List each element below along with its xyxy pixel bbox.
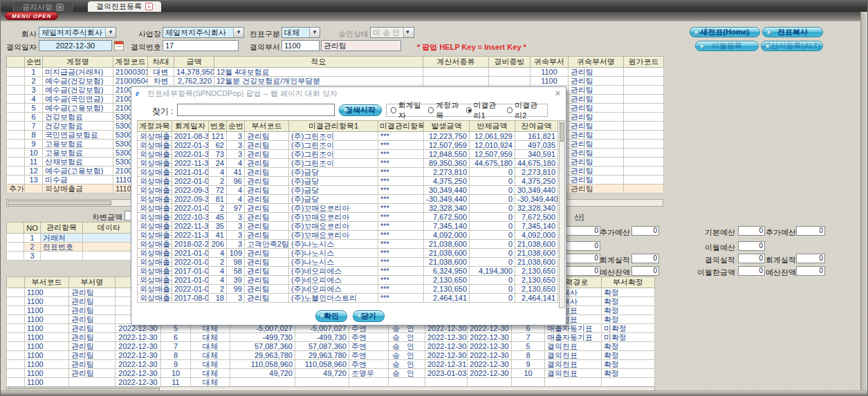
resolve-no-field[interactable]: 17 [163, 40, 239, 51]
cell-appr[interactable]: 승인 [389, 333, 425, 342]
cell-slip_no[interactable]: 5 [512, 342, 545, 351]
cell-accrue[interactable]: 7,345,140 [424, 222, 470, 231]
cell-route[interactable]: 결의전표 [545, 351, 602, 360]
cell-seq[interactable]: 3 [227, 294, 245, 303]
cell-cost[interactable] [624, 149, 664, 158]
cell-data[interactable] [83, 234, 136, 243]
cell-accrue[interactable]: 32,328,340 [424, 204, 470, 213]
cell-amt2[interactable]: 110,058,960 [295, 360, 349, 369]
cell-balance[interactable]: 32,328,340 [515, 204, 558, 213]
cell-accrue[interactable]: 30,349,440 [424, 186, 470, 195]
cell-item2[interactable]: *** [378, 204, 424, 213]
cell-accrue[interactable]: 4,092,000 [424, 231, 470, 240]
resolve-dept-code-field[interactable]: 1100 [281, 40, 320, 51]
cell-dept_name[interactable]: 관리팀 [569, 86, 624, 95]
cell-item2[interactable]: *** [378, 177, 424, 186]
cell-data[interactable] [83, 243, 136, 252]
cell-code[interactable]: 1100 [25, 324, 69, 333]
cell-type[interactable]: 대체 [191, 342, 230, 351]
cell-name[interactable]: 관리팀 [69, 360, 116, 369]
cell-sel[interactable] [7, 351, 25, 360]
cell-code[interactable]: 1100 [25, 315, 69, 324]
cell-no[interactable]: 6 [25, 113, 43, 122]
cell-name[interactable]: 관리팀 [69, 306, 116, 315]
approve-state-select[interactable]: 미승인 ▼ [370, 27, 414, 38]
cell-sel[interactable]: 추가 [7, 185, 25, 194]
cell-cost[interactable] [624, 68, 664, 77]
cell-dept_name[interactable]: 관리팀 [569, 131, 624, 140]
cell-sel[interactable] [7, 95, 25, 104]
resolve-date-field[interactable]: 2022-12-30 [39, 40, 112, 51]
cell-seq[interactable]: 3 [227, 150, 245, 159]
cell-sel[interactable] [7, 252, 24, 261]
cell-slip_no[interactable]: 8 [512, 351, 545, 360]
chevron-down-icon[interactable]: ▼ [105, 28, 116, 37]
cell-name[interactable]: 예수금(고용보험) [43, 167, 113, 176]
cell-seq[interactable]: 3 [227, 141, 245, 150]
cell-desc[interactable]: 12월 4대보험료 [214, 68, 423, 77]
chevron-down-icon[interactable]: ▼ [309, 28, 320, 37]
cell-dept[interactable]: 관리팀 [245, 231, 289, 240]
cell-date[interactable]: 2022-10-31 [172, 213, 209, 222]
cell-balance[interactable]: 7,345,140 [515, 222, 558, 231]
cell-item1[interactable]: (주)그린조이 [289, 132, 378, 141]
cell-repay[interactable]: 0 [470, 177, 515, 186]
cell-date[interactable]: 2022-01-00 [172, 177, 209, 186]
cell-name[interactable] [69, 378, 116, 387]
cell-dept[interactable]: 고객만족2팀(J2 [245, 240, 289, 249]
cell-sel[interactable] [7, 77, 25, 86]
cell-sel[interactable] [7, 324, 25, 333]
cell-item[interactable]: 거래처 [41, 234, 83, 243]
cell-acct[interactable]: 외상매출금 [138, 132, 172, 141]
cell-dept_name[interactable]: 관리팀 [569, 158, 624, 167]
cell-seq[interactable]: 3 [227, 231, 245, 240]
cell-sel[interactable] [7, 131, 25, 140]
cell-route[interactable]: 결의전표 [545, 369, 602, 378]
cell-dept_name[interactable]: 관리팀 [569, 185, 624, 194]
cell-no[interactable]: 72 [209, 186, 227, 195]
cell-acct[interactable]: 외상매출금 [138, 267, 172, 276]
cell-date[interactable]: 2021-01-00 [172, 168, 209, 177]
cell-item1[interactable]: (주)금당 [289, 195, 378, 204]
cell-confirm[interactable]: 미확정 [602, 333, 655, 342]
cell-date[interactable]: 2022-12-30 [116, 351, 161, 360]
cell-name[interactable]: 건강보험료 [43, 122, 113, 131]
cell-cost[interactable] [624, 167, 664, 176]
cell-amt1[interactable]: 49,720 [230, 369, 295, 378]
cell-date[interactable]: 2022-09-30 [172, 186, 209, 195]
cell-cost[interactable] [624, 131, 664, 140]
cell-repay[interactable]: 0 [470, 195, 515, 204]
cell-no[interactable]: 9 [161, 360, 191, 369]
cell-confirm[interactable]: 확정 [602, 369, 655, 378]
cell-slip_no[interactable]: 9 [512, 360, 545, 369]
cell-accrue[interactable]: 21,038,600 [424, 249, 470, 258]
cell-dept[interactable]: 관리팀 [245, 267, 289, 276]
tab-notice[interactable]: 공지사항 × [13, 1, 73, 12]
cell-name[interactable]: 미수금 [43, 176, 113, 185]
cell-dept[interactable]: 관리팀 [245, 141, 289, 150]
cell-name[interactable]: 관리팀 [69, 324, 116, 333]
cell-item2[interactable]: *** [378, 159, 424, 168]
cell-item2[interactable]: *** [378, 231, 424, 240]
cell-no[interactable]: 6 [161, 333, 191, 342]
cell-amount[interactable]: 14,378,950 [174, 68, 214, 77]
cell-date[interactable]: 2022-11-30 [172, 231, 209, 240]
cell-no[interactable]: 206 [209, 240, 227, 249]
cell-balance[interactable]: 44,675,180 [515, 159, 558, 168]
cell-balance[interactable]: 2,273,810 [515, 168, 558, 177]
cell-evid[interactable] [489, 77, 530, 86]
cell-acct[interactable]: 외상매출금 [138, 204, 172, 213]
radio-unchecked-icon[interactable] [507, 107, 513, 113]
cell-item1[interactable]: (주)금당 [289, 186, 378, 195]
cell-date[interactable]: 2021-08-31 [172, 132, 209, 141]
cell-accrue[interactable]: 4,375,250 [424, 177, 470, 186]
cell-dept_name[interactable]: 관리팀 [569, 68, 624, 77]
cell-route[interactable]: 결의전표 [545, 342, 602, 351]
cell-item1[interactable]: (주)네오피에스 [289, 276, 378, 285]
cell-sel[interactable] [7, 360, 25, 369]
cell-balance[interactable]: 2,130,650 [515, 285, 558, 294]
cell-dept[interactable]: 관리팀 [245, 249, 289, 258]
cell-item2[interactable]: *** [378, 249, 424, 258]
cell-name[interactable]: 관리팀 [69, 342, 116, 351]
cell-date[interactable]: 2022-01-31 [172, 141, 209, 150]
